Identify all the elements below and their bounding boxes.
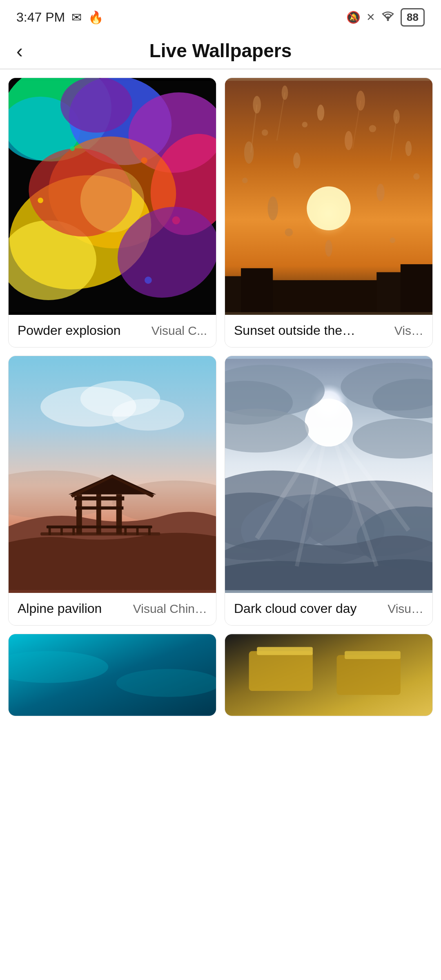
wallpaper-info-sunset: Sunset outside the… Vis… bbox=[225, 315, 432, 347]
svg-rect-95 bbox=[337, 655, 401, 695]
svg-point-17 bbox=[38, 198, 43, 203]
wifi-icon bbox=[381, 10, 395, 24]
wallpaper-thumbnail-powder bbox=[9, 78, 216, 315]
svg-point-39 bbox=[285, 228, 293, 236]
back-button[interactable]: ‹ bbox=[16, 40, 23, 62]
status-time-area: 3:47 PM ✉ 🔥 bbox=[16, 10, 103, 25]
page-title: Live Wallpapers bbox=[149, 40, 292, 62]
svg-rect-96 bbox=[345, 651, 401, 659]
svg-rect-61 bbox=[76, 506, 123, 510]
svg-point-13 bbox=[80, 169, 144, 232]
svg-point-28 bbox=[293, 153, 301, 169]
svg-rect-48 bbox=[376, 272, 404, 312]
svg-point-22 bbox=[253, 96, 261, 114]
wallpaper-grid: Powder explosion Visual C... bbox=[0, 69, 441, 724]
wallpaper-thumbnail-cloud bbox=[225, 356, 432, 593]
wallpaper-card-alpine[interactable]: Alpine pavilion Visual Chin… bbox=[8, 356, 216, 626]
svg-point-24 bbox=[317, 105, 325, 120]
status-right-icons: 🔕 ✕ 88 bbox=[346, 8, 425, 27]
svg-point-35 bbox=[302, 122, 308, 127]
svg-point-37 bbox=[242, 178, 248, 183]
wallpaper-card-sunset[interactable]: Sunset outside the… Vis… bbox=[225, 78, 433, 347]
battery-level: 88 bbox=[401, 8, 425, 27]
wallpaper-author-alpine: Visual Chin… bbox=[133, 602, 207, 616]
wallpaper-card-gold[interactable] bbox=[225, 634, 433, 716]
svg-rect-94 bbox=[257, 647, 313, 655]
svg-rect-70 bbox=[47, 526, 152, 528]
wallpaper-name-sunset: Sunset outside the… bbox=[234, 323, 355, 338]
svg-point-30 bbox=[405, 141, 412, 156]
wallpaper-thumbnail-gold bbox=[225, 634, 432, 716]
svg-point-0 bbox=[387, 19, 389, 21]
svg-point-38 bbox=[413, 173, 420, 180]
svg-rect-49 bbox=[401, 264, 432, 312]
wallpaper-name-cloud: Dark cloud cover day bbox=[234, 601, 357, 616]
fire-icon: 🔥 bbox=[88, 10, 103, 24]
back-icon: ‹ bbox=[16, 40, 23, 62]
svg-point-29 bbox=[345, 131, 353, 150]
mail-icon: ✉ bbox=[71, 10, 82, 24]
svg-point-18 bbox=[145, 276, 152, 284]
wallpaper-thumbnail-sunset bbox=[225, 78, 432, 315]
wallpaper-info-powder: Powder explosion Visual C... bbox=[9, 315, 216, 347]
wallpaper-thumbnail-alpine bbox=[9, 356, 216, 593]
x-mark-icon: ✕ bbox=[366, 11, 375, 24]
status-bar: 3:47 PM ✉ 🔥 🔕 ✕ 88 bbox=[0, 0, 441, 33]
svg-point-5 bbox=[60, 78, 132, 133]
wallpaper-name-powder: Powder explosion bbox=[18, 323, 121, 338]
svg-rect-60 bbox=[74, 497, 124, 501]
svg-point-36 bbox=[369, 125, 376, 132]
svg-point-14 bbox=[141, 157, 147, 164]
wallpaper-author-powder: Visual C... bbox=[151, 324, 207, 338]
wallpaper-thumbnail-teal bbox=[9, 634, 216, 716]
svg-point-91 bbox=[116, 669, 216, 697]
svg-point-40 bbox=[390, 238, 395, 243]
svg-point-33 bbox=[325, 240, 332, 256]
wallpaper-card-powder-explosion[interactable]: Powder explosion Visual C... bbox=[8, 78, 216, 347]
svg-point-34 bbox=[262, 129, 268, 136]
wallpaper-info-cloud: Dark cloud cover day Visu… bbox=[225, 593, 432, 625]
svg-point-32 bbox=[376, 184, 385, 201]
svg-point-21 bbox=[307, 187, 350, 230]
time-display: 3:47 PM bbox=[16, 10, 65, 25]
svg-rect-93 bbox=[249, 651, 313, 691]
wallpaper-name-alpine: Alpine pavilion bbox=[18, 601, 102, 616]
svg-point-53 bbox=[112, 399, 184, 430]
svg-point-15 bbox=[70, 146, 75, 151]
svg-point-16 bbox=[172, 216, 180, 225]
wallpaper-card-teal[interactable] bbox=[8, 634, 216, 716]
wallpaper-author-cloud: Visu… bbox=[388, 602, 423, 616]
mute-icon: 🔕 bbox=[346, 11, 361, 24]
wallpaper-card-dark-cloud[interactable]: Dark cloud cover day Visu… bbox=[225, 356, 433, 626]
wallpaper-info-alpine: Alpine pavilion Visual Chin… bbox=[9, 593, 216, 625]
top-bar: ‹ Live Wallpapers bbox=[0, 33, 441, 69]
svg-point-31 bbox=[268, 196, 278, 220]
svg-rect-47 bbox=[241, 268, 273, 312]
wallpaper-author-sunset: Vis… bbox=[394, 324, 423, 338]
